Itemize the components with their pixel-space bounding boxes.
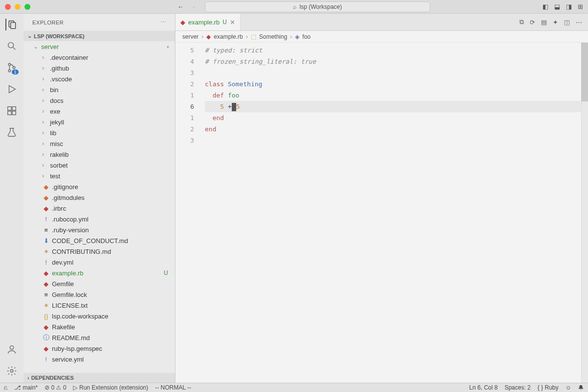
compare-icon[interactable]: ⧉ <box>519 18 524 26</box>
tree-root-server[interactable]: ⌄ server <box>24 41 175 52</box>
file-label: .ruby-version <box>52 226 89 234</box>
tree-file[interactable]: ≡Gemfile.lock <box>24 289 175 300</box>
breadcrumb-item[interactable]: foo <box>302 33 311 40</box>
extensions-icon[interactable] <box>6 105 18 117</box>
tree-folder[interactable]: ›jekyll <box>24 117 175 127</box>
tree-folder[interactable]: ›sorbet <box>24 160 175 171</box>
root-label: server <box>41 43 59 50</box>
cursor-position[interactable]: Ln 6, Col 8 <box>469 384 498 391</box>
window-controls <box>5 4 30 10</box>
feedback-icon[interactable]: ☺ <box>565 384 571 391</box>
close-window-button[interactable] <box>5 4 11 10</box>
run-icon[interactable]: ⟳ <box>530 19 535 26</box>
explorer-icon[interactable] <box>5 19 17 30</box>
minimize-window-button[interactable] <box>15 4 21 10</box>
tree-file[interactable]: {}lsp.code-workspace <box>24 311 175 321</box>
layout-side-icon[interactable]: ◨ <box>566 3 572 10</box>
split-right-icon[interactable]: ▤ <box>541 19 547 26</box>
tree-folder[interactable]: ›exe <box>24 106 175 117</box>
layout-panel-icon[interactable]: ◧ <box>542 3 548 10</box>
nav-back-icon[interactable]: ← <box>177 3 184 10</box>
tree-folder[interactable]: ›.github <box>24 63 175 74</box>
tree-folder[interactable]: ›test <box>24 171 175 181</box>
file-label: lsp.code-workspace <box>52 313 108 320</box>
file-label: Rakefile <box>52 323 75 331</box>
layout-bottom-icon[interactable]: ⬓ <box>554 3 560 10</box>
tree-file[interactable]: !service.yml <box>24 354 175 365</box>
tree-file[interactable]: ◆Gemfile <box>24 278 175 289</box>
indent-item[interactable]: Spaces: 2 <box>505 384 531 391</box>
chevron-right-icon: › <box>27 375 29 381</box>
testing-icon[interactable] <box>6 126 18 138</box>
file-icon: ! <box>42 356 50 363</box>
tree-file[interactable]: ⓘREADME.md <box>24 332 175 343</box>
breadcrumbs[interactable]: server› ◆example.rb› ⬚Something› ◈foo <box>175 31 588 43</box>
tree-file[interactable]: ◆.gitignore <box>24 181 175 192</box>
tab-example-rb[interactable]: ◆ example.rb U ✕ <box>175 14 241 30</box>
explorer-title: EXPLORER <box>32 20 64 25</box>
file-label: .irbrc <box>52 205 66 212</box>
search-icon: ⌕ <box>293 3 296 10</box>
tree-folder[interactable]: ›docs <box>24 95 175 106</box>
tree-folder[interactable]: ›bin <box>24 84 175 95</box>
chevron-right-icon: › <box>42 97 48 104</box>
minimap-thumb[interactable] <box>581 43 588 101</box>
breadcrumb-item[interactable]: Something <box>259 33 287 40</box>
code-body[interactable]: # typed: strict # frozen_string_literal:… <box>205 43 588 383</box>
more-icon[interactable]: ⋯ <box>576 19 582 26</box>
dependencies-section[interactable]: › DEPENDENCIES <box>24 373 175 383</box>
ruby-file-icon: ◆ <box>206 33 211 40</box>
language-item[interactable]: { } Ruby <box>538 384 559 391</box>
run-task-item[interactable]: ▷ Run Extension (extension) <box>73 384 148 391</box>
tree-file[interactable]: ✶LICENSE.txt <box>24 300 175 311</box>
account-icon[interactable] <box>6 343 18 355</box>
tree-folder[interactable]: ›.devcontainer <box>24 52 175 63</box>
settings-icon[interactable] <box>6 365 18 377</box>
explorer-more-icon[interactable]: ⋯ <box>161 19 167 25</box>
file-icon: ◆ <box>42 280 50 288</box>
tree-folder[interactable]: ›lib <box>24 127 175 138</box>
file-icon: ! <box>42 259 50 266</box>
tree-file[interactable]: !.rubocop.yml <box>24 214 175 224</box>
tree-file[interactable]: ⬇CODE_OF_CONDUCT.md <box>24 235 175 246</box>
debug-icon[interactable] <box>6 83 18 95</box>
tree-file[interactable]: ◆Rakefile <box>24 321 175 332</box>
search-activity-icon[interactable] <box>6 40 18 52</box>
tab-close-icon[interactable]: ✕ <box>230 19 235 26</box>
remote-icon[interactable]: ⎌ <box>4 384 7 391</box>
sparkle-icon[interactable]: ✦ <box>553 19 558 26</box>
tree-folder[interactable]: ›misc <box>24 138 175 149</box>
tree-folder[interactable]: ›.vscode <box>24 74 175 84</box>
tree-file[interactable]: !dev.yml <box>24 257 175 268</box>
file-label: example.rb <box>52 270 83 277</box>
svg-point-2 <box>8 43 14 48</box>
file-label: CONTRIBUTING.md <box>52 248 111 255</box>
minimap[interactable] <box>581 43 588 383</box>
file-tree: ⌄ server ›.devcontainer›.github›.vscode›… <box>24 41 175 373</box>
layout-grid-icon[interactable]: ⊞ <box>578 3 583 10</box>
tree-file[interactable]: ◆example.rbU <box>24 268 175 278</box>
workspace-section[interactable]: ⌄ LSP (WORKSPACE) <box>24 31 175 41</box>
nav-forward-icon[interactable]: → <box>190 3 196 10</box>
scm-icon[interactable]: 1 <box>6 62 18 74</box>
tree-file[interactable]: ◆ruby-lsp.gemspec <box>24 343 175 354</box>
branch-item[interactable]: ⎇ main* <box>14 384 38 391</box>
file-icon: ◆ <box>42 205 50 212</box>
bell-icon[interactable]: 🔔︎ <box>578 384 584 391</box>
breadcrumb-item[interactable]: example.rb <box>214 33 243 40</box>
maximize-window-button[interactable] <box>24 4 30 10</box>
tree-file[interactable]: ≡.ruby-version <box>24 224 175 235</box>
chevron-down-icon: ⌄ <box>33 43 39 50</box>
tree-file[interactable]: ◆.irbrc <box>24 203 175 214</box>
folder-label: docs <box>50 97 63 104</box>
problems-item[interactable]: ⊘ 0 ⚠ 0 <box>45 384 66 391</box>
code-editor[interactable]: 543216123 # typed: strict # frozen_strin… <box>175 43 588 383</box>
file-label: ruby-lsp.gemspec <box>52 345 102 352</box>
command-center[interactable]: ⌕ lsp (Workspace) <box>205 1 430 12</box>
breadcrumb-item[interactable]: server <box>182 33 198 40</box>
tree-file[interactable]: ◆.gitmodules <box>24 192 175 203</box>
tree-file[interactable]: ✶CONTRIBUTING.md <box>24 246 175 257</box>
file-icon: ⓘ <box>42 333 50 342</box>
tree-folder[interactable]: ›rakelib <box>24 149 175 160</box>
split-editor-icon[interactable]: ◫ <box>564 19 570 26</box>
